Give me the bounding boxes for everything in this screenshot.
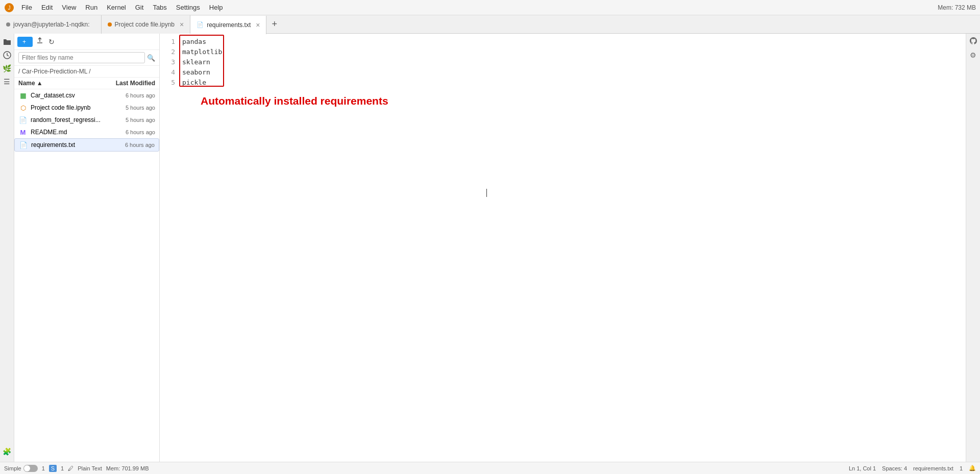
- menu-tabs[interactable]: Tabs: [149, 3, 170, 12]
- file-item-readme[interactable]: M README.md 6 hours ago: [14, 126, 159, 138]
- new-button-icon: +: [22, 38, 26, 45]
- line-num-3: 3: [160, 58, 180, 68]
- file-item-requirements[interactable]: 📄 requirements.txt 6 hours ago: [14, 138, 159, 152]
- status-mem: Mem: 701.99 MB: [106, 465, 149, 471]
- file-modified-csv: 6 hours ago: [109, 92, 155, 98]
- code-line-1: 1 pandas: [160, 38, 966, 48]
- file-name-requirements: requirements.txt: [31, 141, 109, 148]
- file-browser: + ↻ 🔍 / Car-Price-Prediction-ML / Name ▲…: [14, 34, 160, 462]
- code-line-2: 2 matplotlib: [160, 48, 966, 58]
- sidebar-icon-git[interactable]: 🌿: [1, 62, 13, 74]
- tab-project-dot: [108, 22, 112, 27]
- txt-icon: 📄: [19, 140, 28, 149]
- sidebar-icon-list[interactable]: ☰: [1, 76, 13, 88]
- file-name-ipynb: Project code file.ipynb: [31, 104, 109, 111]
- status-position: Ln 1, Col 1: [849, 465, 876, 471]
- line-code-4: seaborn: [180, 68, 210, 79]
- right-icon-settings[interactable]: ⚙: [968, 49, 978, 61]
- file-list: ▦ Car_dataset.csv 6 hours ago ⬡ Project …: [14, 89, 159, 462]
- file-name-readme: README.md: [31, 129, 109, 136]
- main-area: 🌿 ☰ 🧩 + ↻ 🔍 / Car-Price-Prediction-ML / …: [0, 34, 980, 462]
- csv-icon: ▦: [18, 91, 28, 100]
- menu-settings[interactable]: Settings: [172, 3, 204, 12]
- md-icon: M: [18, 128, 28, 137]
- search-icon: 🔍: [147, 54, 155, 62]
- menu-help[interactable]: Help: [205, 3, 227, 12]
- code-line-4: 4 seaborn: [160, 68, 966, 79]
- right-sidebar: ⚙: [966, 34, 980, 462]
- line-code-1: pandas: [180, 38, 206, 48]
- status-icon-s: S: [49, 465, 57, 472]
- sidebar-icon-puzzle[interactable]: 🧩: [1, 445, 13, 458]
- status-bar: Simple 1 S 1 🖊 Plain Text Mem: 701.99 MB…: [0, 462, 980, 474]
- menu-view[interactable]: View: [58, 3, 80, 12]
- file-name-rf: random_forest_regressi...: [31, 116, 109, 123]
- status-branch-num: 1: [42, 465, 45, 471]
- search-box: 🔍: [14, 50, 159, 66]
- tab-project[interactable]: Project code file.ipynb ×: [102, 15, 191, 34]
- status-bell-icon: 🔔: [969, 465, 976, 471]
- line-code-5: pickle: [180, 79, 206, 89]
- annotation-label: Automatically installed requirements: [201, 95, 388, 107]
- rf-icon: 📄: [18, 115, 28, 124]
- refresh-button[interactable]: ↻: [47, 36, 56, 47]
- file-browser-toolbar: + ↻: [14, 34, 159, 50]
- file-item-ipynb[interactable]: ⬡ Project code file.ipynb 5 hours ago: [14, 102, 159, 114]
- status-filename: requirements.txt: [913, 465, 953, 471]
- upload-button[interactable]: [35, 36, 45, 47]
- tab-requirements[interactable]: 📄 requirements.txt ×: [190, 16, 266, 34]
- status-num3: 1: [960, 465, 963, 471]
- menu-kernel[interactable]: Kernel: [103, 3, 130, 12]
- search-input[interactable]: [18, 52, 145, 63]
- file-modified-requirements: 6 hours ago: [109, 142, 155, 148]
- tab-requirements-icon: 📄: [197, 21, 204, 28]
- status-filetype: Plain Text: [78, 465, 102, 471]
- col-name-label: Name: [18, 80, 35, 87]
- tab-jupyter-label: jovyan@jupyterlab-1-nqdkn:: [13, 21, 90, 28]
- file-item-csv[interactable]: ▦ Car_dataset.csv 6 hours ago: [14, 89, 159, 102]
- simple-label: Simple: [4, 465, 21, 471]
- code-line-3: 3 sklearn: [160, 58, 966, 68]
- menu-file[interactable]: File: [17, 3, 36, 12]
- tab-bar: jovyan@jupyterlab-1-nqdkn: Project code …: [0, 15, 980, 34]
- file-item-rf[interactable]: 📄 random_forest_regressi... 5 hours ago: [14, 114, 159, 126]
- new-button[interactable]: +: [17, 37, 33, 47]
- line-code-3: sklearn: [180, 58, 210, 68]
- tab-requirements-close[interactable]: ×: [256, 21, 260, 29]
- status-right: Ln 1, Col 1 Spaces: 4 requirements.txt 1…: [849, 465, 976, 471]
- tab-project-close[interactable]: ×: [180, 20, 184, 29]
- tab-jupyter-dot: [6, 22, 10, 27]
- tab-add-button[interactable]: +: [266, 19, 282, 30]
- sidebar-icon-folder[interactable]: [1, 36, 13, 48]
- code-line-5: 5 pickle: [160, 79, 966, 89]
- app-logo: J: [4, 3, 14, 13]
- simple-toggle[interactable]: Simple: [4, 465, 38, 472]
- menu-git[interactable]: Git: [131, 3, 148, 12]
- menu-bar: J File Edit View Run Kernel Git Tabs Set…: [0, 0, 980, 15]
- breadcrumb: / Car-Price-Prediction-ML /: [14, 66, 159, 78]
- code-editor: 1 pandas 2 matplotlib 3 sklearn 4 seabor…: [160, 38, 966, 89]
- editor-content[interactable]: 1 pandas 2 matplotlib 3 sklearn 4 seabor…: [160, 34, 966, 462]
- file-modified-readme: 6 hours ago: [109, 129, 155, 135]
- svg-text:J: J: [8, 5, 11, 11]
- toggle-track[interactable]: [23, 465, 38, 472]
- menu-run[interactable]: Run: [81, 3, 102, 12]
- file-name-csv: Car_dataset.csv: [31, 92, 109, 99]
- left-icon-sidebar: 🌿 ☰ 🧩: [0, 34, 14, 462]
- status-file-icon: 🖊: [68, 465, 74, 471]
- right-icon-github[interactable]: [968, 36, 978, 47]
- file-modified-ipynb: 5 hours ago: [109, 105, 155, 111]
- line-num-4: 4: [160, 68, 180, 79]
- line-code-2: matplotlib: [180, 48, 222, 58]
- status-spaces: Spaces: 4: [882, 465, 907, 471]
- file-modified-rf: 5 hours ago: [109, 117, 155, 123]
- ipynb-icon: ⬡: [18, 103, 28, 112]
- col-name-header[interactable]: Name ▲: [18, 80, 99, 87]
- tab-jupyter[interactable]: jovyan@jupyterlab-1-nqdkn:: [0, 15, 102, 34]
- sort-icon: ▲: [37, 80, 43, 87]
- status-num2: 1: [61, 465, 64, 471]
- text-cursor: [486, 189, 487, 197]
- menu-edit[interactable]: Edit: [37, 3, 57, 12]
- status-left: Simple 1 S 1 🖊 Plain Text Mem: 701.99 MB: [4, 465, 149, 472]
- sidebar-icon-github[interactable]: [1, 49, 13, 61]
